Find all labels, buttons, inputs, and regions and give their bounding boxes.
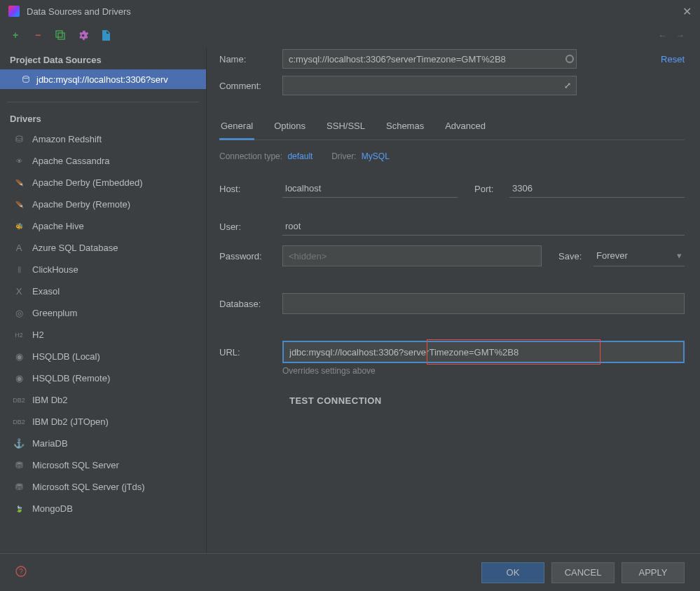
driver-item[interactable]: ⛁Amazon Redshift xyxy=(0,128,206,150)
driver-label: Azure SQL Database xyxy=(32,243,118,253)
driver-item[interactable]: ⦀ClickHouse xyxy=(0,259,206,280)
remove-icon[interactable]: − xyxy=(32,29,43,41)
save-label: Save: xyxy=(558,251,593,261)
driver-label: Apache Hive xyxy=(32,221,84,231)
test-connection-button[interactable]: TEST CONNECTION xyxy=(289,395,685,406)
driver-label: HSQLDB (Local) xyxy=(32,351,100,362)
database-label: Database: xyxy=(219,299,282,309)
settings-icon[interactable] xyxy=(77,29,88,41)
url-input[interactable] xyxy=(282,341,685,363)
name-input[interactable] xyxy=(282,49,577,69)
driver-item[interactable]: ◉HSQLDB (Remote) xyxy=(0,367,206,389)
password-input[interactable] xyxy=(282,245,542,266)
connection-info: Connection type: default Driver: MySQL xyxy=(219,151,685,161)
app-logo-icon xyxy=(8,6,20,17)
cancel-button[interactable]: CANCEL xyxy=(551,562,615,583)
back-icon[interactable]: ← xyxy=(658,30,667,41)
driver-item[interactable]: DB2IBM Db2 (JTOpen) xyxy=(0,411,206,433)
driver-icon: 🪶 xyxy=(13,198,25,211)
driver-icon: DB2 xyxy=(13,394,25,407)
driver-label: IBM Db2 xyxy=(32,395,68,405)
driver-icon: ⛃ xyxy=(13,481,25,494)
chevron-down-icon: ▾ xyxy=(677,250,682,261)
driver-icon: 🪶 xyxy=(13,177,25,189)
name-label: Name: xyxy=(219,54,282,64)
driver-label: IBM Db2 (JTOpen) xyxy=(32,416,109,427)
status-indicator-icon xyxy=(565,55,574,63)
close-icon[interactable]: ✕ xyxy=(682,5,692,18)
driver-list[interactable]: ⛁Amazon Redshift👁Apache Cassandra🪶Apache… xyxy=(0,128,206,553)
driver-label: MariaDB xyxy=(32,438,68,449)
add-icon[interactable]: + xyxy=(10,29,21,41)
tab-options[interactable]: Options xyxy=(273,115,307,140)
save-select[interactable]: Forever ▾ xyxy=(593,245,685,266)
driver-icon: X xyxy=(13,285,25,298)
database-input[interactable] xyxy=(282,293,685,314)
make-global-icon[interactable] xyxy=(99,29,111,41)
driver-item[interactable]: ◎Greenplum xyxy=(0,302,206,324)
host-label: Host: xyxy=(219,184,282,194)
title-bar: Data Sources and Drivers ✕ xyxy=(0,0,700,22)
driver-item[interactable]: 🐝Apache Hive xyxy=(0,215,206,237)
driver-icon: ◎ xyxy=(13,307,25,320)
driver-icon: ⛁ xyxy=(13,133,25,146)
driver-icon: 🍃 xyxy=(13,503,25,515)
window-title: Data Sources and Drivers xyxy=(27,6,131,17)
tab-schemas[interactable]: Schemas xyxy=(385,115,425,140)
tabs: General Options SSH/SSL Schemas Advanced xyxy=(219,115,685,140)
toolbar: + − ← → xyxy=(0,22,700,48)
driver-label: MongoDB xyxy=(32,503,73,514)
host-input[interactable] xyxy=(282,179,458,198)
driver-label: H2 xyxy=(32,330,44,340)
driver-label: Amazon Redshift xyxy=(32,134,102,144)
driver-icon: ◉ xyxy=(13,372,25,385)
tab-general[interactable]: General xyxy=(219,115,254,140)
driver-item[interactable]: ⛃Microsoft SQL Server (jTds) xyxy=(0,476,206,498)
driver-label: Greenplum xyxy=(32,308,77,318)
driver-item[interactable]: ◉HSQLDB (Local) xyxy=(0,346,206,367)
save-value: Forever xyxy=(596,250,628,261)
driver-item[interactable]: AAzure SQL Database xyxy=(0,237,206,259)
user-label: User: xyxy=(219,222,282,232)
duplicate-icon[interactable] xyxy=(55,29,66,41)
driver-item[interactable]: DB2IBM Db2 xyxy=(0,389,206,411)
driver-label: Driver: xyxy=(331,151,356,161)
password-label: Password: xyxy=(219,251,282,261)
port-input[interactable] xyxy=(509,179,685,198)
driver-item[interactable]: 🍃MongoDB xyxy=(0,498,206,519)
divider xyxy=(7,102,199,102)
database-icon xyxy=(21,74,31,84)
data-source-item[interactable]: jdbc:mysql://localhost:3306?serv xyxy=(0,69,206,89)
tab-ssh-ssl[interactable]: SSH/SSL xyxy=(325,115,366,140)
connection-type-label: Connection type: xyxy=(219,151,282,161)
driver-item[interactable]: ⚓MariaDB xyxy=(0,433,206,454)
driver-item[interactable]: 🪶Apache Derby (Remote) xyxy=(0,193,206,215)
forward-icon[interactable]: → xyxy=(675,30,685,41)
driver-icon: H2 xyxy=(13,329,25,341)
driver-item[interactable]: 👁Apache Cassandra xyxy=(0,150,206,172)
apply-button[interactable]: APPLY xyxy=(622,562,685,583)
driver-label: Apache Derby (Embedded) xyxy=(32,177,143,188)
connection-type-link[interactable]: default xyxy=(287,151,313,161)
ok-button[interactable]: OK xyxy=(481,562,544,583)
main-content: Name: Reset Comment: ⤢ General Options S… xyxy=(207,48,700,553)
driver-item[interactable]: ⛃Microsoft SQL Server xyxy=(0,454,206,476)
driver-icon: DB2 xyxy=(13,416,25,428)
driver-icon: ⛃ xyxy=(13,459,25,472)
reset-link[interactable]: Reset xyxy=(661,54,685,64)
driver-icon: A xyxy=(13,242,25,254)
help-icon[interactable]: ? xyxy=(15,566,27,579)
tab-advanced[interactable]: Advanced xyxy=(444,115,487,140)
expand-icon[interactable]: ⤢ xyxy=(564,81,571,90)
driver-item[interactable]: 🪶Apache Derby (Embedded) xyxy=(0,172,206,193)
svg-rect-1 xyxy=(58,33,64,39)
project-data-sources-header: Project Data Sources xyxy=(0,48,206,69)
user-input[interactable] xyxy=(282,217,685,236)
driver-link[interactable]: MySQL xyxy=(362,151,390,161)
driver-label: Microsoft SQL Server (jTds) xyxy=(32,482,145,492)
driver-item[interactable]: XExasol xyxy=(0,280,206,302)
comment-input[interactable] xyxy=(282,76,577,95)
driver-item[interactable]: H2H2 xyxy=(0,324,206,346)
svg-rect-0 xyxy=(56,31,62,37)
driver-icon: ⚓ xyxy=(13,437,25,450)
